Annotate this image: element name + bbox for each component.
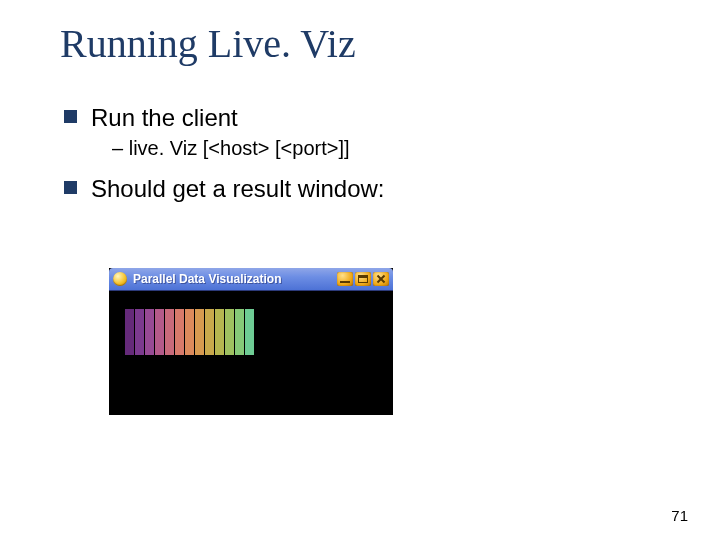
window-buttons	[337, 272, 389, 286]
color-bar	[185, 309, 194, 355]
bullet-2: Should get a result window:	[64, 174, 680, 204]
bullet-1-text: Run the client	[91, 103, 238, 133]
minimize-button[interactable]	[337, 272, 353, 286]
color-bar	[235, 309, 244, 355]
color-bar	[125, 309, 134, 355]
color-bar	[245, 309, 254, 355]
color-bar	[195, 309, 204, 355]
bullet-2-text: Should get a result window:	[91, 174, 385, 204]
color-bar	[165, 309, 174, 355]
window-client-area	[109, 290, 393, 415]
close-button[interactable]	[373, 272, 389, 286]
slide-title: Running Live. Viz	[60, 20, 680, 67]
color-bar	[175, 309, 184, 355]
color-bar	[205, 309, 214, 355]
slide: Running Live. Viz Run the client live. V…	[0, 0, 720, 540]
color-bars	[125, 309, 254, 355]
color-bar	[215, 309, 224, 355]
color-bar	[145, 309, 154, 355]
window-title: Parallel Data Visualization	[133, 272, 337, 286]
bullet-1-sub: live. Viz [<host> [<port>]]	[112, 137, 680, 160]
color-bar	[155, 309, 164, 355]
window-titlebar: Parallel Data Visualization	[109, 268, 393, 290]
result-window: Parallel Data Visualization	[109, 268, 393, 415]
page-number: 71	[671, 507, 688, 524]
square-bullet-icon	[64, 110, 77, 123]
bullet-1: Run the client	[64, 103, 680, 133]
maximize-button[interactable]	[355, 272, 371, 286]
bullet-list: Run the client live. Viz [<host> [<port>…	[64, 103, 680, 204]
square-bullet-icon	[64, 181, 77, 194]
app-icon	[113, 272, 127, 286]
color-bar	[225, 309, 234, 355]
color-bar	[135, 309, 144, 355]
